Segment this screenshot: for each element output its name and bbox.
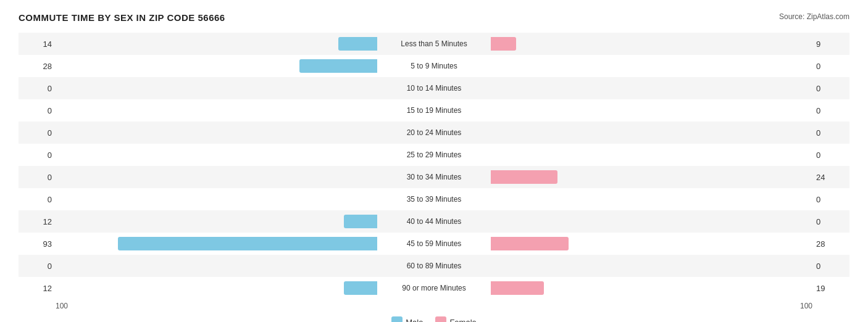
row-label: 5 to 9 Minutes <box>378 62 490 70</box>
axis-right: 100 <box>800 302 812 310</box>
row-label: 20 to 24 Minutes <box>378 128 490 137</box>
table-row: 1290 or more Minutes19 <box>19 277 849 299</box>
legend-female: Female <box>435 316 476 322</box>
male-value: 0 <box>19 173 56 182</box>
female-bar-side <box>490 255 812 277</box>
legend-female-label: Female <box>449 318 476 323</box>
female-value: 0 <box>812 128 849 138</box>
male-bar-side <box>56 33 378 55</box>
male-value: 28 <box>19 62 56 71</box>
legend-female-box <box>435 316 446 322</box>
male-bar-side <box>56 77 378 99</box>
bar-female <box>491 237 569 250</box>
female-value: 0 <box>812 106 849 115</box>
female-value: 0 <box>812 84 849 93</box>
table-row: 015 to 19 Minutes0 <box>19 99 849 122</box>
bar-female <box>491 281 544 295</box>
legend-male-box <box>391 316 403 322</box>
row-label: 30 to 34 Minutes <box>378 173 490 181</box>
male-value: 0 <box>19 195 56 204</box>
bar-female <box>491 170 557 184</box>
table-row: 9345 to 59 Minutes28 <box>19 233 849 255</box>
female-bar-side <box>490 33 812 55</box>
legend-male-label: Male <box>406 318 423 323</box>
chart-area: 14Less than 5 Minutes9285 to 9 Minutes00… <box>19 33 849 322</box>
row-label: 90 or more Minutes <box>378 284 490 292</box>
female-value: 0 <box>812 62 849 71</box>
source-label: Source: ZipAtlas.com <box>779 12 849 21</box>
female-bar-side <box>490 277 812 299</box>
female-value: 0 <box>812 195 849 204</box>
male-value: 93 <box>19 239 56 249</box>
male-bar-side <box>56 188 378 210</box>
male-value: 0 <box>19 128 56 138</box>
row-label: Less than 5 Minutes <box>378 39 490 48</box>
row-label: 10 to 14 Minutes <box>378 84 490 93</box>
female-bar-side <box>490 122 812 144</box>
male-value: 14 <box>19 39 56 49</box>
female-value: 19 <box>812 284 849 293</box>
female-value: 28 <box>812 239 849 249</box>
male-value: 0 <box>19 151 56 160</box>
row-label: 35 to 39 Minutes <box>378 195 490 204</box>
male-bar-side <box>56 277 378 299</box>
legend: Male Female <box>19 316 849 322</box>
male-value: 0 <box>19 84 56 93</box>
male-bar-side <box>56 166 378 188</box>
axis-left: 100 <box>56 302 68 310</box>
male-value: 12 <box>19 284 56 293</box>
legend-male: Male <box>391 316 423 322</box>
female-bar-side <box>490 144 812 166</box>
female-bar-side <box>490 77 812 99</box>
row-label: 40 to 44 Minutes <box>378 217 490 226</box>
female-value: 0 <box>812 262 849 271</box>
male-bar-side <box>56 210 378 233</box>
male-bar-side <box>56 255 378 277</box>
bar-female <box>491 37 516 51</box>
female-bar-side <box>490 210 812 233</box>
table-row: 025 to 29 Minutes0 <box>19 144 849 166</box>
chart-title: COMMUTE TIME BY SEX IN ZIP CODE 56666 <box>19 12 225 23</box>
axis-labels: 100 100 <box>19 302 849 310</box>
bar-male <box>118 237 377 250</box>
female-bar-side <box>490 55 812 77</box>
male-bar-side <box>56 233 378 255</box>
table-row: 285 to 9 Minutes0 <box>19 55 849 77</box>
male-bar-side <box>56 122 378 144</box>
bar-male <box>338 37 377 51</box>
row-label: 25 to 29 Minutes <box>378 151 490 159</box>
table-row: 14Less than 5 Minutes9 <box>19 33 849 55</box>
table-row: 060 to 89 Minutes0 <box>19 255 849 277</box>
female-bar-side <box>490 99 812 122</box>
female-value: 0 <box>812 217 849 226</box>
table-row: 020 to 24 Minutes0 <box>19 122 849 144</box>
male-bar-side <box>56 55 378 77</box>
male-bar-side <box>56 144 378 166</box>
male-value: 0 <box>19 262 56 271</box>
table-row: 1240 to 44 Minutes0 <box>19 210 849 233</box>
table-row: 035 to 39 Minutes0 <box>19 188 849 210</box>
row-label: 60 to 89 Minutes <box>378 262 490 270</box>
female-value: 0 <box>812 151 849 160</box>
female-value: 24 <box>812 173 849 182</box>
row-label: 45 to 59 Minutes <box>378 239 490 248</box>
bar-male <box>344 215 377 228</box>
male-value: 12 <box>19 217 56 226</box>
row-label: 15 to 19 Minutes <box>378 106 490 115</box>
table-row: 030 to 34 Minutes24 <box>19 166 849 188</box>
male-value: 0 <box>19 106 56 115</box>
bar-male <box>299 59 377 73</box>
table-row: 010 to 14 Minutes0 <box>19 77 849 99</box>
female-bar-side <box>490 166 812 188</box>
female-bar-side <box>490 233 812 255</box>
bar-male <box>344 281 377 295</box>
female-bar-side <box>490 188 812 210</box>
male-bar-side <box>56 99 378 122</box>
female-value: 9 <box>812 39 849 49</box>
